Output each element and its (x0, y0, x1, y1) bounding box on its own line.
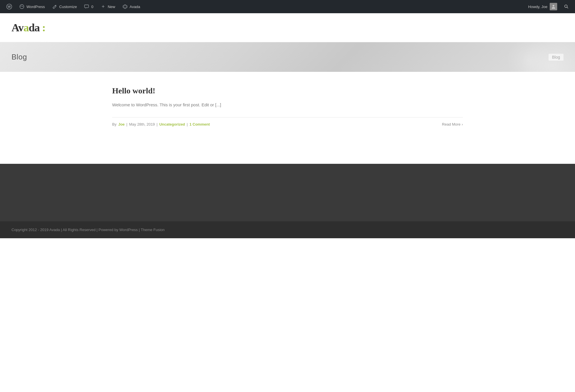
avada-icon (122, 4, 128, 9)
comments-icon (84, 4, 89, 9)
wp-logo-button[interactable]: W (3, 0, 15, 13)
chevron-right-icon: › (462, 122, 463, 126)
customize-button[interactable]: Customize (49, 0, 80, 13)
wordpress-menu-button[interactable]: WordPress (16, 0, 48, 13)
adminbar-right: Howdy, Joe (525, 0, 572, 13)
search-button[interactable] (561, 0, 572, 13)
svg-rect-3 (85, 5, 89, 8)
avada-label: Avada (130, 5, 140, 9)
post-title[interactable]: Hello world! (112, 86, 463, 95)
meta-separator-2: | (157, 122, 158, 126)
wp-logo-icon: W (6, 4, 12, 9)
svg-line-8 (567, 7, 568, 8)
logo-accent: a (24, 22, 29, 34)
logo-text-av: Av (12, 22, 24, 34)
breadcrumb: Blog (549, 54, 564, 61)
wordpress-label: WordPress (26, 5, 45, 9)
adminbar-left: W WordPress Customize (3, 0, 525, 13)
footer-dark-area (0, 164, 575, 221)
footer-copyright: Copyright 2012 - 2019 Avada | All Rights… (12, 228, 165, 232)
site-logo: Avada : (12, 21, 564, 34)
logo-text-a2: a (34, 22, 40, 34)
post-author[interactable]: Joe (118, 122, 124, 126)
post-comments[interactable]: 1 Comment (189, 122, 210, 126)
new-label: New (108, 5, 115, 9)
main-content: Hello world! Welcome to WordPress. This … (101, 72, 474, 141)
post-meta-bar: By Joe | May 28th, 2019 | Uncategorized … (112, 117, 463, 126)
plus-icon: + (100, 4, 106, 9)
site-header: Avada : (0, 13, 575, 42)
user-avatar (550, 3, 557, 10)
user-menu-button[interactable]: Howdy, Joe (525, 0, 560, 13)
read-more-text: Read More (442, 122, 460, 126)
meta-separator-1: | (126, 122, 127, 126)
logo-colon: : (40, 22, 45, 34)
customize-icon (52, 4, 57, 9)
new-content-button[interactable]: + New (97, 0, 118, 13)
post-excerpt: Welcome to WordPress. This is your first… (112, 101, 463, 109)
post-date: May 28th, 2019 (129, 122, 155, 126)
comments-button[interactable]: 0 (81, 0, 96, 13)
svg-marker-4 (123, 5, 127, 9)
wordpress-site-icon (19, 4, 25, 9)
comments-count: 0 (91, 5, 93, 9)
customize-label: Customize (59, 5, 77, 9)
page-title: Blog (12, 53, 27, 62)
svg-text:W: W (8, 5, 11, 8)
howdy-text: Howdy, Joe (528, 5, 547, 9)
svg-point-7 (565, 5, 567, 7)
post-meta-left: By Joe | May 28th, 2019 | Uncategorized … (112, 122, 210, 126)
avada-menu-button[interactable]: Avada (119, 0, 143, 13)
page-title-banner: Blog Blog (0, 42, 575, 72)
page-wrapper: Avada : Blog Blog Hello world! Welcome t… (0, 13, 575, 238)
by-label: By (112, 122, 116, 126)
blog-post: Hello world! Welcome to WordPress. This … (112, 86, 463, 126)
footer-bottom: Copyright 2012 - 2019 Avada | All Rights… (0, 221, 575, 238)
post-category[interactable]: Uncategorized (159, 122, 185, 126)
read-more-link[interactable]: Read More › (442, 122, 463, 126)
logo-text-da: d (29, 22, 34, 34)
admin-bar: W WordPress Customize (0, 0, 575, 13)
meta-separator-3: | (187, 122, 188, 126)
svg-marker-5 (124, 5, 126, 8)
svg-point-6 (553, 5, 554, 7)
